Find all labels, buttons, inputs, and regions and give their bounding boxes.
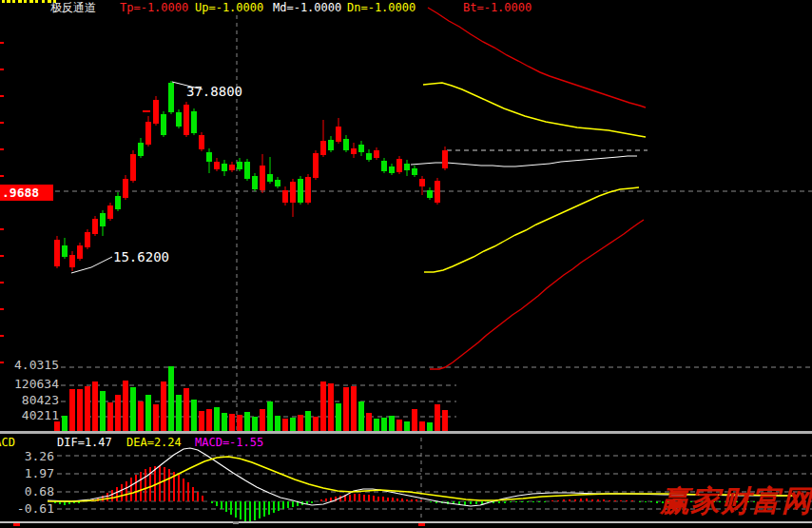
- indicator-param-bt: Bt=-1.0000: [463, 1, 532, 14]
- peak-price-annotation: 37.8800: [186, 84, 242, 99]
- site-watermark: 赢家财富网: [660, 481, 812, 521]
- indicator-param-up: Up=-1.0000: [195, 1, 263, 14]
- volume-scale-label-1: 120634: [8, 378, 59, 391]
- volume-scale-label-3: 40211: [8, 409, 59, 422]
- volume-scale-label-2: 80423: [8, 394, 59, 407]
- macd-macd-value: MACD=-1.55: [195, 436, 263, 449]
- indicator-name: 极反通道: [50, 1, 96, 14]
- macd-pane-label: MACD: [0, 436, 15, 449]
- current-price-tag: .9688: [0, 185, 53, 201]
- indicator-param-md: Md=-1.0000: [273, 1, 341, 14]
- macd-scale-label-1: 3.26: [8, 450, 54, 463]
- macd-scale-label-3: 0.68: [8, 485, 54, 499]
- indicator-param-dn: Dn=-1.0000: [347, 1, 416, 14]
- charting-app-window: 极反通道 Tp=-1.0000 Up=-1.0000 Md=-1.0000 Dn…: [0, 0, 812, 528]
- price-scale-bottom-label: 4.0315: [8, 359, 59, 372]
- macd-dif-value: DIF=1.47: [57, 436, 112, 449]
- macd-dea-value: DEA=2.24: [126, 436, 182, 449]
- candlestick-pane[interactable]: [0, 15, 812, 372]
- macd-scale-label-4: -0.61: [8, 502, 54, 516]
- indicator-param-tp: Tp=-1.0000: [120, 1, 188, 14]
- volume-pane[interactable]: [0, 372, 812, 431]
- macd-scale-label-2: 1.97: [8, 467, 54, 480]
- trough-price-annotation: 15.6200: [113, 249, 169, 264]
